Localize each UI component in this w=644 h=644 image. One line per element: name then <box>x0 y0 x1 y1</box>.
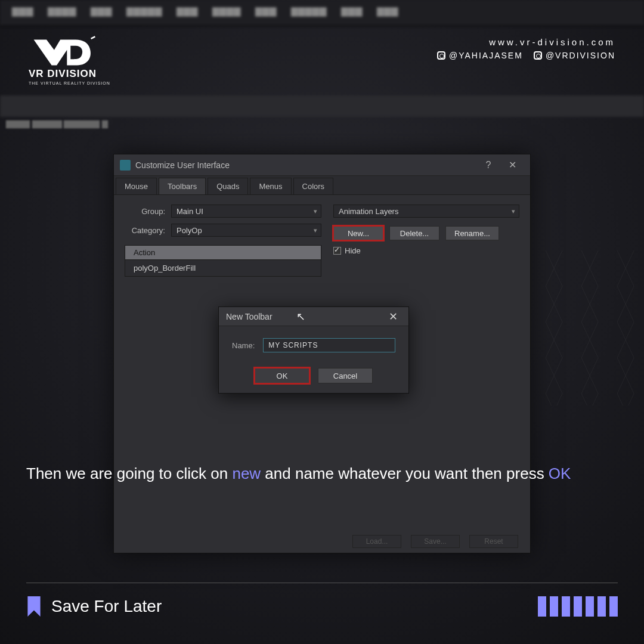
save-button[interactable]: Save... <box>411 535 460 548</box>
brand-tagline: THE VIRTUAL REALITY DIVISION <box>29 81 110 85</box>
footer: Save For Later <box>26 583 618 617</box>
name-label: Name: <box>232 341 255 350</box>
subdialog-title: New Toolbar <box>226 312 273 321</box>
tab-toolbars[interactable]: Toolbars <box>159 178 206 194</box>
toolbar-strip <box>0 95 644 117</box>
delete-button[interactable]: Delete... <box>389 226 439 240</box>
instagram-icon <box>437 51 445 60</box>
footer-text: Save For Later <box>51 597 162 616</box>
ok-button[interactable]: OK <box>255 368 309 383</box>
cancel-button[interactable]: Cancel <box>318 368 373 383</box>
instagram-handle-2: @VRDIVISION <box>534 51 615 60</box>
decorative-stripes <box>538 596 618 617</box>
reset-button[interactable]: Reset <box>469 535 518 548</box>
subdialog-titlebar: New Toolbar ↖ ✕ <box>219 307 408 326</box>
highlight-new: new <box>232 465 261 482</box>
instagram-icon <box>534 51 542 60</box>
instruction-text: Then we are going to click on new and na… <box>26 462 608 485</box>
tab-colors[interactable]: Colors <box>293 178 334 194</box>
app-icon <box>120 160 131 171</box>
tab-menus[interactable]: Menus <box>250 178 291 194</box>
category-dropdown[interactable]: PolyOp <box>171 224 321 237</box>
cursor-icon: ↖ <box>296 310 305 323</box>
action-list[interactable]: Action polyOp_BorderFill <box>125 245 321 277</box>
action-item[interactable]: polyOp_BorderFill <box>125 260 321 276</box>
app-menu-bar: ▇▇▇▇▇▇▇▇▇▇▇▇▇▇▇▇▇▇▇▇▇▇▇▇▇▇▇▇▇▇▇▇▇▇▇▇ <box>0 0 644 26</box>
bookmark-icon <box>26 596 42 617</box>
brand-url: www.vr-division.com <box>437 37 615 47</box>
breadcrumb-strip: ▇▇▇▇ ▇▇▇▇▇ ▇▇▇▇▇▇ ▇ <box>0 119 644 132</box>
dialog-titlebar: Customize User Interface ? ✕ <box>114 154 530 176</box>
instagram-handle-1: @YAHIAJASEM <box>437 51 523 60</box>
svg-line-0 <box>91 36 95 38</box>
dialog-tabs: Mouse Toolbars Quads Menus Colors <box>114 176 530 195</box>
dialog-title: Customize User Interface <box>135 160 230 170</box>
new-toolbar-dialog: New Toolbar ↖ ✕ Name: OK Cancel <box>218 306 409 394</box>
category-label: Category: <box>125 226 171 235</box>
close-button[interactable]: ✕ <box>500 159 524 171</box>
group-dropdown[interactable]: Main UI <box>171 205 321 218</box>
help-button[interactable]: ? <box>476 160 500 171</box>
tab-quads[interactable]: Quads <box>208 178 248 194</box>
hide-checkbox[interactable] <box>333 247 341 255</box>
toolbar-select-dropdown[interactable]: Animation Layers <box>333 205 519 218</box>
social-handles: www.vr-division.com @YAHIAJASEM @VRDIVIS… <box>437 37 615 60</box>
dialog-footer-buttons: Load... Save... Reset <box>352 535 518 548</box>
tab-mouse[interactable]: Mouse <box>116 178 157 194</box>
new-button[interactable]: New... <box>333 226 383 240</box>
highlight-ok: OK <box>549 465 571 482</box>
close-icon[interactable]: ✕ <box>385 310 401 323</box>
action-header: Action <box>125 246 321 260</box>
vr-division-logo: VR DIVISION THE VIRTUAL REALITY DIVISION <box>29 35 110 85</box>
rename-button[interactable]: Rename... <box>445 226 499 240</box>
group-label: Group: <box>125 207 171 216</box>
hide-label: Hide <box>345 246 361 255</box>
toolbar-name-input[interactable] <box>263 338 395 352</box>
load-button[interactable]: Load... <box>352 535 401 548</box>
